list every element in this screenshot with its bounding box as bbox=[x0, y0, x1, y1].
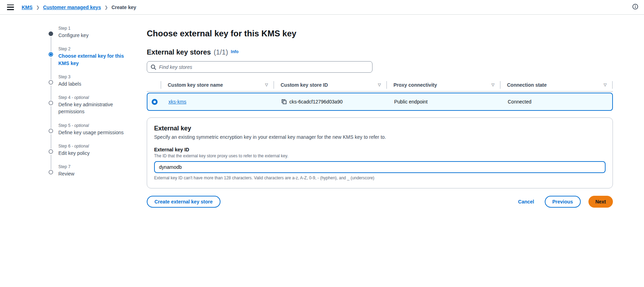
column-header-custom-key-store-name[interactable]: Custom key store name ▽ bbox=[161, 78, 274, 91]
step-item-edit-key-policy[interactable]: Step 6 - optional Edit key policy bbox=[49, 144, 130, 157]
key-store-row-selected[interactable]: xks-kms cks-6cadcf12796d03a90 Public end… bbox=[147, 93, 613, 111]
wizard-steps-nav: Step 1 Configure key Step 2 Choose exter… bbox=[49, 15, 133, 208]
step-item-add-labels[interactable]: Step 3 Add labels bbox=[49, 74, 130, 87]
step-number: Step 2 bbox=[58, 46, 71, 51]
step-number: Step 7 bbox=[58, 164, 71, 169]
connection-state-value: Connected bbox=[508, 99, 531, 105]
step-item-define-admin-permissions[interactable]: Step 4 - optional Define key administrat… bbox=[49, 95, 130, 115]
sort-icon[interactable]: ▽ bbox=[604, 82, 607, 87]
step-number: Step 1 bbox=[58, 26, 71, 31]
breadcrumb-customer-managed-keys-link[interactable]: Customer managed keys bbox=[43, 5, 101, 10]
key-stores-counter: (1/1) bbox=[214, 48, 228, 56]
external-key-id-label: External key ID bbox=[154, 147, 606, 152]
key-stores-section-header: External key stores (1/1) Info bbox=[147, 48, 613, 56]
step-upcoming-icon bbox=[49, 170, 53, 174]
step-optional-suffix: - optional bbox=[72, 95, 89, 100]
key-store-name-link[interactable]: xks-kms bbox=[168, 99, 186, 105]
cell-proxy-connectivity: Public endpoint bbox=[387, 99, 501, 105]
external-key-description: Specify an existing symmetric encryption… bbox=[154, 134, 606, 140]
cell-key-store-name: xks-kms bbox=[161, 99, 274, 105]
external-key-id-input[interactable] bbox=[154, 161, 606, 173]
step-number: Step 4 bbox=[58, 95, 71, 100]
step-title: Configure key bbox=[58, 32, 130, 39]
cell-connection-state: Connected bbox=[501, 99, 613, 105]
column-label: Custom key store name bbox=[168, 82, 223, 88]
sort-icon[interactable]: ▽ bbox=[265, 82, 268, 87]
external-key-id-description: The ID that the external key store proxy… bbox=[154, 153, 606, 158]
external-key-id-constraint: External key ID can't have more than 128… bbox=[154, 175, 606, 180]
step-number: Step 6 bbox=[58, 144, 71, 149]
step-current-icon bbox=[49, 52, 53, 57]
info-link[interactable]: Info bbox=[231, 49, 239, 54]
copy-icon[interactable] bbox=[281, 99, 287, 105]
step-title: Define key usage permissions bbox=[58, 129, 130, 136]
column-header-connection-state[interactable]: Connection state ▽ bbox=[500, 78, 612, 91]
key-stores-heading: External key stores bbox=[147, 48, 211, 56]
external-key-panel: External key Specify an existing symmetr… bbox=[147, 117, 613, 188]
step-title: Define key administrative permissions bbox=[58, 101, 130, 115]
step-item-configure-key[interactable]: Step 1 Configure key bbox=[49, 26, 130, 39]
key-stores-table-header: Custom key store name ▽ Custom key store… bbox=[147, 78, 613, 92]
step-complete-icon bbox=[49, 31, 53, 36]
column-header-custom-key-store-id[interactable]: Custom key store ID ▽ bbox=[274, 78, 386, 91]
step-title: Edit key policy bbox=[58, 150, 130, 157]
column-header-proxy-connectivity[interactable]: Proxy connectivity ▽ bbox=[386, 78, 500, 91]
sort-icon[interactable]: ▽ bbox=[492, 82, 494, 87]
create-external-key-store-button[interactable]: Create external key store bbox=[147, 196, 220, 208]
sort-icon[interactable]: ▽ bbox=[378, 82, 381, 87]
cell-key-store-id: cks-6cadcf12796d03a90 bbox=[274, 99, 387, 105]
step-upcoming-icon bbox=[49, 129, 53, 133]
step-item-review[interactable]: Step 7 Review bbox=[49, 164, 130, 177]
step-upcoming-icon bbox=[49, 149, 53, 154]
key-store-id-value: cks-6cadcf12796d03a90 bbox=[289, 99, 343, 105]
step-title: Add labels bbox=[58, 80, 130, 87]
chevron-right-icon: ❯ bbox=[36, 5, 39, 10]
breadcrumb-kms-link[interactable]: KMS bbox=[22, 5, 32, 10]
radio-selected-icon[interactable] bbox=[152, 99, 158, 105]
previous-button[interactable]: Previous bbox=[545, 196, 581, 208]
key-store-search-box[interactable] bbox=[147, 61, 372, 73]
column-label: Custom key store ID bbox=[281, 82, 328, 88]
step-upcoming-icon bbox=[49, 80, 53, 85]
step-number: Step 5 bbox=[58, 123, 71, 128]
step-title: Choose external key for this KMS key bbox=[58, 52, 130, 67]
step-title: Review bbox=[58, 170, 130, 177]
wizard-actions: Create external key store Cancel Previou… bbox=[147, 196, 613, 208]
menu-hamburger-icon[interactable] bbox=[7, 5, 14, 10]
step-optional-suffix: - optional bbox=[72, 144, 89, 149]
breadcrumb: KMS ❯ Customer managed keys ❯ Create key bbox=[22, 5, 136, 10]
page-title: Choose external key for this KMS key bbox=[147, 29, 613, 38]
column-label: Connection state bbox=[507, 82, 547, 88]
external-key-heading: External key bbox=[154, 125, 606, 132]
step-upcoming-icon bbox=[49, 101, 53, 105]
step-item-choose-external-key[interactable]: Step 2 Choose external key for this KMS … bbox=[49, 46, 130, 67]
column-label: Proxy connectivity bbox=[393, 82, 437, 88]
step-item-define-usage-permissions[interactable]: Step 5 - optional Define key usage permi… bbox=[49, 123, 130, 136]
info-icon[interactable] bbox=[632, 3, 638, 10]
step-optional-suffix: - optional bbox=[72, 123, 89, 128]
step-number: Step 3 bbox=[58, 74, 71, 79]
cancel-button[interactable]: Cancel bbox=[518, 196, 534, 208]
search-input[interactable] bbox=[159, 64, 369, 70]
breadcrumb-current-page: Create key bbox=[111, 5, 136, 10]
search-icon bbox=[151, 64, 156, 70]
next-button[interactable]: Next bbox=[588, 196, 613, 208]
main-content: Choose external key for this KMS key Ext… bbox=[147, 15, 613, 208]
top-navigation-bar: KMS ❯ Customer managed keys ❯ Create key bbox=[0, 0, 644, 15]
proxy-connectivity-value: Public endpoint bbox=[394, 99, 428, 105]
chevron-right-icon: ❯ bbox=[104, 5, 108, 10]
